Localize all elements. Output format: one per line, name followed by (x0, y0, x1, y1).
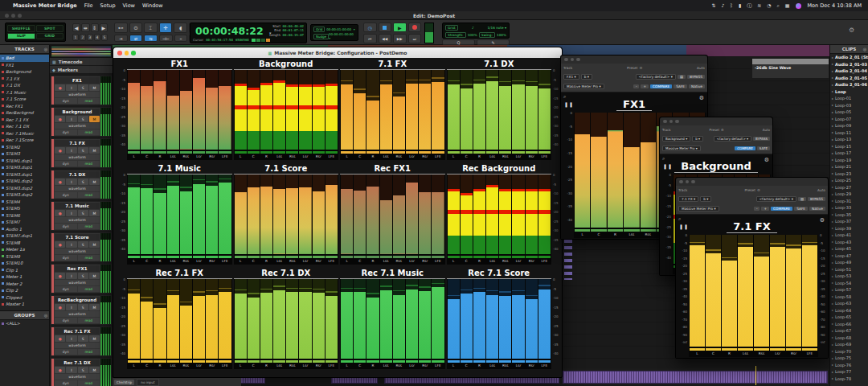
meter-settings-icon[interactable]: ⚙ (820, 217, 825, 224)
track-name[interactable]: 7.1 FX (55, 140, 100, 146)
track-list-item[interactable]: Rec FX1 (0, 103, 49, 110)
tracks-gear-icon[interactable]: ◎ (44, 47, 47, 51)
preset-gear-icon[interactable]: ⚙ (639, 66, 642, 70)
menu-window[interactable]: Window (142, 2, 163, 9)
preset-gear-icon[interactable]: ⚙ (721, 128, 724, 132)
compare-button[interactable]: COMPARE (735, 146, 755, 150)
grid-label[interactable]: Grid (313, 27, 325, 32)
clip-list-item[interactable]: ▸Loop-70 (830, 348, 868, 355)
record-button[interactable]: ● (55, 147, 65, 154)
dyn-button[interactable]: dyn (55, 161, 77, 166)
plugin-titlebar[interactable] (660, 117, 772, 125)
track-name[interactable]: FX1 (55, 77, 100, 84)
dyn-button[interactable]: dyn (55, 380, 77, 386)
track-name[interactable]: RecBackground (55, 297, 100, 303)
menu-view[interactable]: View (123, 2, 135, 9)
swing-value[interactable]: 100% (497, 33, 506, 37)
track-list-item[interactable]: Meter 1a (0, 246, 49, 253)
waveform-view-selector[interactable]: waveform (55, 92, 100, 97)
plugin-titlebar[interactable] (561, 55, 707, 64)
tool2-btn-1[interactable]: ⇄ (129, 35, 143, 42)
m-button[interactable]: M (89, 241, 100, 248)
track-list-item[interactable]: Background (0, 68, 49, 76)
pencil-mode-button[interactable]: ✎ (477, 39, 510, 45)
track-name[interactable]: 7.1 Score (55, 234, 100, 240)
s-button[interactable]: S (78, 335, 88, 342)
menu-file[interactable]: File (84, 2, 93, 9)
clip-list-item[interactable]: ▸Loop-41 (830, 232, 868, 239)
i-button[interactable]: I (66, 147, 76, 154)
status-icon-8[interactable]: ▦ (785, 2, 790, 8)
tool-btn-4[interactable]: ◖ (174, 23, 187, 33)
track-list-item[interactable]: STEM3.dup2 (0, 185, 49, 192)
mode-button-shuffle[interactable]: SHUFFLE (7, 25, 35, 32)
m-button[interactable]: M (89, 84, 100, 91)
auto-button[interactable]: ▤ (678, 75, 686, 79)
s-button[interactable]: S (78, 241, 88, 248)
i-button[interactable]: I (66, 84, 76, 91)
zoom-icon[interactable]: ⌕ (662, 155, 665, 162)
i-button[interactable]: I (66, 116, 76, 122)
plugin-selector[interactable]: Massive Meter Pro ▾ (563, 84, 604, 89)
zoom-btn-0[interactable]: ◀ (72, 23, 80, 32)
track-list-item[interactable]: 7.1 FX (0, 76, 49, 83)
main-counter[interactable]: 00:00:48:22 ▾ (195, 25, 272, 37)
zoom-preset-4[interactable]: 5 (101, 34, 108, 41)
clip-list-item[interactable]: ▸Loop-11 (830, 129, 868, 137)
menu-setup[interactable]: Setup (100, 2, 116, 9)
track-list-item[interactable]: STEM3.dup1 (0, 171, 49, 179)
preset-selector[interactable]: <factory default> ▾ (714, 136, 751, 142)
dyn-button[interactable]: dyn (55, 349, 77, 355)
track-list-item[interactable]: 7.1 DX (0, 82, 49, 89)
dyn-button[interactable]: dyn (55, 224, 77, 229)
track-list-item[interactable]: STEM1.dup2 (0, 178, 49, 185)
nudge-value[interactable]: 00:00:01:00:00 ▾ (329, 32, 355, 40)
grid-value[interactable]: 00:00:01:00:00 ▾ (326, 27, 355, 31)
track-list-item[interactable]: STEM4 (0, 199, 49, 206)
zoom-preset-1[interactable]: 2 (80, 34, 86, 41)
record-button[interactable]: ● (55, 304, 65, 310)
mode-button-grid[interactable]: GRID (36, 33, 64, 40)
s-button[interactable]: S (78, 304, 88, 310)
s-button[interactable]: S (78, 210, 88, 216)
tool2-btn-2[interactable]: ⇆ (144, 35, 158, 42)
s-button[interactable]: S (78, 147, 88, 154)
online-button[interactable]: ◷ (363, 23, 377, 32)
record-button[interactable]: ● (55, 241, 65, 248)
i-button[interactable]: I (66, 335, 76, 342)
waveform-view-selector[interactable]: waveform (55, 311, 100, 317)
clip-list-item[interactable]: ▸Loop-23 (830, 170, 868, 178)
clip-list-item[interactable]: ▸Loop-15 (830, 143, 868, 150)
track-header-rec-7-1-fx[interactable]: Rec 7.1 FX●ISMwaveformdynread (51, 326, 112, 356)
tool-btn-3[interactable]: ✛ (159, 23, 173, 33)
s-button[interactable]: S (78, 116, 88, 122)
track-list-item[interactable]: STEM10 (0, 260, 49, 267)
dyn-button[interactable]: dyn (55, 255, 77, 261)
clip-list-item[interactable]: ▸Loop-49 (830, 259, 868, 266)
next-preset-button[interactable]: + (761, 207, 769, 211)
status-icon-3[interactable]: ▮ (739, 2, 741, 8)
compare-button[interactable]: COMPARE (650, 84, 672, 88)
waveform-view-selector[interactable]: waveform (55, 154, 100, 160)
safe-button[interactable]: SAFE (757, 146, 770, 150)
clip-list-item[interactable]: ▸Audio 2_01-03 (Stereo) (830, 61, 868, 68)
tool2-btn-3[interactable]: ⊣⊢ (159, 35, 173, 42)
tool2-btn-4[interactable]: ⌁ (174, 35, 188, 42)
track-header-fx1[interactable]: FX1●ISMwaveformdynread (51, 76, 112, 105)
clip-list-item[interactable]: ▸Loop-67 (830, 327, 868, 335)
clip-list-item[interactable]: ▸Audio 2_01 (Stereo) (830, 54, 868, 61)
record-button[interactable]: ● (55, 84, 65, 91)
track-list-item[interactable]: STEM9 (0, 253, 49, 261)
track-header-rec-fx1[interactable]: Rec FX1●ISMwaveformdynread (51, 264, 112, 294)
record-button[interactable]: ● (55, 273, 65, 279)
track-name[interactable]: Rec FX1 (55, 265, 100, 272)
waveform-view-selector[interactable]: waveform (55, 280, 100, 285)
auto-button[interactable]: ▤ (798, 197, 806, 201)
clip-list-item[interactable]: ▸Loop-53 (830, 273, 868, 280)
mode-button-spot[interactable]: SPOT (36, 25, 64, 32)
format-selector[interactable]: b ▾ (581, 74, 592, 80)
track-header-7-1-dx[interactable]: 7.1 DX●ISMwaveformdynread (51, 170, 112, 199)
clip-list-item[interactable]: ▸Loop-05 (830, 109, 868, 116)
ruler-row-markers[interactable]: ◆Markers (50, 66, 113, 74)
track-list-item[interactable]: FX1 (0, 62, 49, 69)
